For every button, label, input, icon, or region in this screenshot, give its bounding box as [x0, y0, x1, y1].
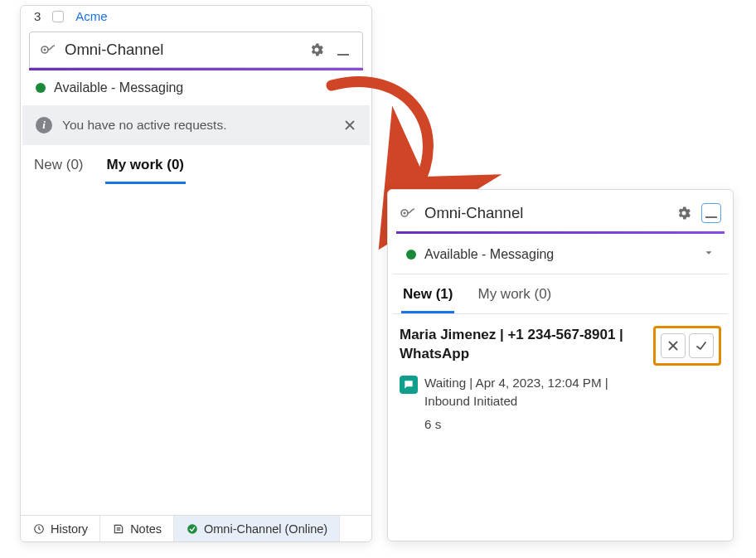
agent-status-row[interactable]: Available - Messaging [21, 70, 371, 105]
info-icon: i [36, 117, 52, 133]
footer-omni-label: Omni-Channel (Online) [204, 522, 327, 536]
footer-notes[interactable]: Notes [100, 516, 174, 541]
omni-channel-panel-before: 3 Acme Omni-Channel Available - Messagin… [20, 5, 372, 542]
tab-new[interactable]: New (1) [401, 281, 454, 313]
chevron-down-icon[interactable] [703, 247, 715, 262]
incoming-work-item[interactable]: Maria Jimenez | +1 234-567-8901 | WhatsA… [388, 314, 733, 438]
work-item-elapsed: 6 s [400, 417, 647, 431]
svg-point-1 [44, 49, 46, 51]
tab-new[interactable]: New (0) [32, 152, 85, 184]
accept-decline-actions [653, 326, 721, 366]
agent-status-text: Available - Messaging [54, 80, 183, 95]
status-indicator-icon [406, 250, 416, 260]
tab-checkbox[interactable] [52, 11, 64, 22]
svg-point-5 [187, 524, 197, 534]
tab-mywork[interactable]: My work (0) [105, 152, 187, 184]
notes-icon [112, 522, 125, 536]
omni-channel-icon [400, 205, 416, 221]
tab-acme-link[interactable]: Acme [75, 9, 107, 23]
status-indicator-icon [36, 83, 46, 93]
footer-omni-channel[interactable]: Omni-Channel (Online) [174, 516, 340, 541]
minimize-button[interactable] [701, 203, 721, 223]
omni-header: Omni-Channel [29, 32, 363, 68]
gear-icon[interactable] [675, 204, 693, 222]
accept-button[interactable] [689, 333, 714, 358]
workspace-tabbar: 3 Acme [21, 6, 371, 27]
utility-bar: History Notes Omni-Channel (Online) [21, 515, 371, 541]
work-item-status-line: Waiting | Apr 4, 2023, 12:04 PM | Inboun… [424, 374, 647, 410]
omni-channel-panel-after: Omni-Channel Available - Messaging New (… [387, 189, 734, 541]
work-subtabs: New (1) My work (0) [393, 274, 728, 314]
tab-mywork[interactable]: My work (0) [476, 281, 553, 313]
omni-title: Omni-Channel [424, 204, 666, 222]
svg-point-7 [404, 212, 406, 215]
omni-channel-icon [40, 41, 56, 58]
work-item-details: Maria Jimenez | +1 234-567-8901 | WhatsA… [400, 326, 647, 431]
footer-notes-label: Notes [130, 522, 162, 536]
close-icon[interactable] [343, 119, 356, 132]
gear-icon[interactable] [308, 41, 326, 59]
agent-status-text: Available - Messaging [424, 247, 554, 262]
footer-history-label: History [51, 522, 88, 536]
omni-title: Omni-Channel [65, 41, 299, 59]
omni-header: Omni-Channel [395, 195, 726, 231]
work-subtabs: New (0) My work (0) [21, 145, 371, 184]
no-requests-banner: i You have no active requests. [22, 105, 370, 145]
banner-text: You have no active requests. [62, 118, 226, 133]
whatsapp-channel-icon [400, 376, 418, 394]
decline-button[interactable] [661, 333, 686, 358]
accent-divider [396, 231, 724, 234]
footer-history[interactable]: History [21, 516, 100, 541]
online-status-icon [186, 522, 199, 536]
agent-status-row[interactable]: Available - Messaging [393, 235, 728, 274]
work-item-title: Maria Jimenez | +1 234-567-8901 | WhatsA… [400, 326, 647, 364]
tab-number: 3 [34, 9, 41, 23]
history-icon [32, 522, 46, 536]
minimize-button[interactable] [334, 41, 352, 59]
